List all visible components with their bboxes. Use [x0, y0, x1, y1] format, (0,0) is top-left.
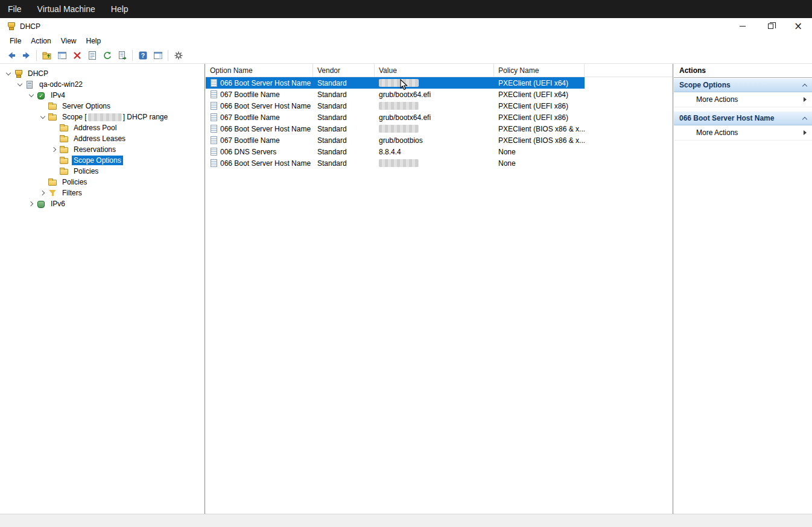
tree-item-server[interactable]: qa-odc-win22 [0, 79, 205, 90]
table-row[interactable]: 067 Bootfile Name Standard grub/bootx64.… [206, 112, 585, 123]
tree-item-label: IPv6 [49, 199, 67, 209]
properties-button[interactable] [84, 49, 100, 63]
tree-item-label: DHCP [26, 69, 50, 78]
column-header-value[interactable]: Value [375, 64, 494, 77]
table-row[interactable]: 067 Bootfile Name Standard grub/bootbios… [206, 134, 585, 146]
show-action-pane-icon [153, 51, 163, 60]
scope-label-prefix: Scope [ [62, 113, 87, 121]
collapse-chevron-icon[interactable] [16, 81, 24, 88]
tree-item-label: Filters [60, 188, 84, 198]
vm-menu-help[interactable]: Help [103, 0, 136, 18]
refresh-button[interactable] [100, 49, 115, 63]
table-row[interactable]: 066 Boot Server Host Name Standard PXECl… [206, 77, 585, 89]
menu-action[interactable]: Action [26, 36, 56, 46]
cell-value: grub/bootbios [375, 134, 494, 146]
cell-value [375, 123, 494, 134]
collapse-chevron-icon[interactable] [39, 113, 46, 121]
chevron-up-icon[interactable] [802, 116, 807, 121]
submenu-arrow-icon [804, 97, 807, 102]
expand-chevron-icon[interactable] [39, 189, 46, 197]
actions-section-boot-server-host-name[interactable]: 066 Boot Server Host Name [674, 111, 812, 125]
column-header-vendor[interactable]: Vendor [313, 64, 375, 77]
svg-text:?: ? [141, 52, 144, 59]
cell-option-name: 066 Boot Server Host Name [220, 125, 311, 133]
table-row[interactable]: 067 Bootfile Name Standard grub/bootx64.… [206, 89, 585, 100]
titlebar: DHCP × [0, 18, 812, 34]
tree-item-scope[interactable]: Scope [] DHCP range [0, 112, 205, 122]
column-header-policy-name[interactable]: Policy Name [494, 64, 585, 77]
expander-spacer [39, 178, 46, 186]
more-actions-boot-server-host-name[interactable]: More Actions [674, 125, 812, 140]
menu-help[interactable]: Help [81, 36, 106, 46]
submenu-arrow-icon [804, 130, 807, 135]
tree-item-policies[interactable]: Policies [0, 177, 205, 188]
table-row[interactable]: 066 Boot Server Host Name Standard None [206, 157, 585, 169]
cell-policy-name: None [494, 157, 585, 169]
tree-item-ipv6[interactable]: IPv6 [0, 198, 205, 209]
collapse-chevron-icon[interactable] [5, 70, 12, 77]
vm-menu-virtual-machine[interactable]: Virtual Machine [30, 0, 103, 18]
tree-item-reservations[interactable]: Reservations [0, 144, 205, 155]
tree-item-label: Address Leases [72, 134, 127, 144]
tree-item-ipv4[interactable]: ✓ IPv4 [0, 90, 205, 101]
table-row[interactable]: 066 Boot Server Host Name Standard PXECl… [206, 123, 585, 134]
main-content: DHCP qa-odc-win22 ✓ IPv4 Server Options [0, 64, 812, 514]
actions-section-scope-options[interactable]: Scope Options [674, 78, 812, 92]
collapse-chevron-icon[interactable] [28, 92, 35, 99]
results-list: Option Name Vendor Value Policy Name 066… [206, 64, 673, 514]
tree-item-server-options[interactable]: Server Options [0, 101, 205, 112]
chevron-up-icon[interactable] [802, 83, 807, 87]
redacted-value [379, 159, 419, 167]
tree-item-label: IPv4 [49, 90, 67, 100]
actions-pane-title: Actions [674, 64, 812, 78]
table-row[interactable]: 066 Boot Server Host Name Standard PXECl… [206, 100, 585, 112]
minimize-button[interactable] [729, 18, 756, 34]
table-row[interactable]: 006 DNS Servers Standard 8.8.4.4 None [206, 146, 585, 157]
dhcp-app-icon [6, 22, 16, 31]
column-header-option-name[interactable]: Option Name [206, 64, 313, 77]
option-doc-icon [211, 125, 217, 133]
tree-item-address-pool[interactable]: Address Pool [0, 122, 205, 133]
show-console-tree-button[interactable] [54, 49, 69, 63]
gear-icon [174, 51, 183, 60]
cell-vendor: Standard [313, 146, 375, 157]
back-button[interactable] [4, 49, 19, 63]
console-tree: DHCP qa-odc-win22 ✓ IPv4 Server Options [0, 64, 205, 514]
vm-menu-file[interactable]: File [0, 0, 30, 18]
export-list-icon [118, 51, 127, 60]
cell-policy-name: None [494, 146, 585, 157]
menu-view[interactable]: View [56, 36, 81, 46]
tree-item-label: Reservations [72, 145, 118, 154]
cell-option-name: 006 DNS Servers [220, 148, 276, 156]
expander-spacer [51, 135, 58, 142]
redacted-scope-ip [88, 113, 122, 121]
more-actions-scope-options[interactable]: More Actions [674, 92, 812, 107]
export-list-button[interactable] [115, 49, 130, 63]
configure-button[interactable] [171, 49, 186, 63]
tree-item-filters[interactable]: Filters [0, 188, 205, 198]
close-icon: × [794, 21, 802, 31]
help-icon: ? [138, 51, 148, 60]
actions-section-header-label: Scope Options [679, 81, 731, 89]
help-button[interactable]: ? [135, 49, 150, 63]
tree-item-scope-options[interactable]: Scope Options [0, 155, 205, 166]
redacted-value [379, 79, 419, 87]
actions-pane: Actions Scope Options More Actions 066 B… [674, 64, 812, 514]
tree-item-address-leases[interactable]: Address Leases [0, 133, 205, 144]
up-one-level-button[interactable] [39, 49, 54, 63]
expand-chevron-icon[interactable] [51, 146, 58, 153]
close-button[interactable]: × [784, 18, 812, 34]
cell-option-name: 066 Boot Server Host Name [220, 79, 311, 87]
cell-value: grub/bootx64.efi [375, 89, 494, 100]
option-doc-icon [211, 102, 217, 110]
tree-item-label: qa-odc-win22 [37, 80, 84, 89]
cell-policy-name: PXEClient (UEFI x64) [494, 89, 585, 100]
delete-button[interactable] [69, 49, 84, 63]
forward-button[interactable] [19, 49, 34, 63]
tree-item-dhcp-root[interactable]: DHCP [0, 68, 205, 79]
expand-chevron-icon[interactable] [28, 200, 35, 207]
tree-item-scope-policies[interactable]: Policies [0, 166, 205, 177]
restore-button[interactable] [756, 18, 784, 34]
show-action-pane-button[interactable] [150, 49, 165, 63]
menu-file[interactable]: File [5, 36, 26, 46]
